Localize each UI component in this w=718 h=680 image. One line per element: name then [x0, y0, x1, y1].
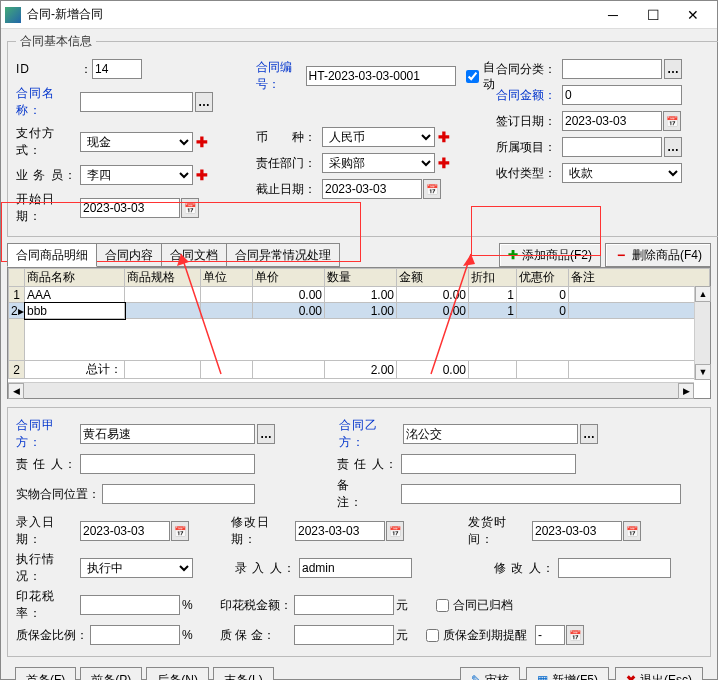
deposit-remind-label: 质保金到期提醒 [443, 627, 527, 644]
entry-date-input[interactable] [80, 521, 170, 541]
delete-product-button[interactable]: − 删除商品(F4) [605, 243, 711, 267]
tab-bar: 合同商品明细 合同内容 合同文档 合同异常情况处理 [7, 243, 339, 267]
maximize-button[interactable]: ☐ [633, 1, 673, 29]
stamp-amount-input[interactable] [294, 595, 394, 615]
currency-add-icon[interactable]: ✚ [437, 129, 451, 145]
deposit-rate-input[interactable] [90, 625, 180, 645]
mod-user-input[interactable] [558, 558, 671, 578]
next-button[interactable]: 后条(N) [146, 667, 209, 680]
resp-a-input[interactable] [80, 454, 255, 474]
start-date-input[interactable] [80, 198, 180, 218]
auto-checkbox-wrap[interactable]: 自动 [466, 59, 496, 93]
end-date-input[interactable] [322, 179, 422, 199]
entry-date-picker-icon[interactable]: 📅 [171, 521, 189, 541]
grid-scrollbar-v[interactable]: ▲ ▼ [694, 286, 710, 380]
deposit-remind-checkbox[interactable] [426, 629, 439, 642]
amount-label: 合同金额： [496, 87, 560, 104]
contract-name-input[interactable] [80, 92, 193, 112]
deposit-remind-picker-icon[interactable]: 📅 [566, 625, 584, 645]
deposit-remind-value[interactable] [535, 625, 565, 645]
grid-scrollbar-h[interactable]: ◀ ▶ [8, 382, 694, 398]
sign-date-input[interactable] [562, 111, 662, 131]
resp-a-label: 责 任 人： [16, 456, 78, 473]
auto-checkbox[interactable] [466, 70, 479, 83]
new-button[interactable]: ▦新增(F5) [526, 667, 609, 680]
stamp-rate-input[interactable] [80, 595, 180, 615]
party-b-input[interactable] [403, 424, 578, 444]
ship-date-picker-icon[interactable]: 📅 [623, 521, 641, 541]
close-button[interactable]: ✕ [673, 1, 713, 29]
exec-status-label: 执行情况： [16, 551, 78, 585]
receive-type-select[interactable]: 收款 [562, 163, 682, 183]
mod-date-input[interactable] [295, 521, 385, 541]
mod-date-picker-icon[interactable]: 📅 [386, 521, 404, 541]
grid-header: 商品名称商品规格单位 单价数量金额 折扣优惠价备注 [9, 269, 710, 287]
deposit-input[interactable] [294, 625, 394, 645]
project-input[interactable] [562, 137, 662, 157]
amount-input[interactable] [562, 85, 682, 105]
party-a-lookup[interactable]: … [257, 424, 275, 444]
last-button[interactable]: 末条(L) [213, 667, 274, 680]
ship-date-input[interactable] [532, 521, 622, 541]
deposit-remind-checkbox-wrap[interactable]: 质保金到期提醒 [426, 627, 527, 644]
table-row[interactable]: 1 AAA 0.001.000.00 10 [9, 287, 710, 303]
scroll-up-icon[interactable]: ▲ [695, 286, 711, 302]
category-input[interactable] [562, 59, 662, 79]
first-button[interactable]: 首条(F) [15, 667, 76, 680]
audit-button[interactable]: ✎审核 [460, 667, 520, 680]
contract-no-input[interactable] [306, 66, 456, 86]
mod-date-label: 修改日期： [231, 514, 293, 548]
tab-product-detail[interactable]: 合同商品明细 [7, 243, 97, 267]
minimize-button[interactable]: ─ [593, 1, 633, 29]
category-label: 合同分类： [496, 61, 560, 78]
plus-icon: ✚ [508, 248, 518, 262]
pay-method-select[interactable]: 现金 [80, 132, 193, 152]
end-date-picker-icon[interactable]: 📅 [423, 179, 441, 199]
tab-documents[interactable]: 合同文档 [161, 243, 227, 267]
stamp-rate-label: 印花税率： [16, 588, 78, 622]
entry-user-label: 录 入 人： [235, 560, 297, 577]
exit-button[interactable]: ✖退出(Esc) [615, 667, 703, 680]
party-fieldset: 合同甲方： … 合同乙方： … 责 任 人： 责 任 人： 实物合同位置： 备 … [7, 407, 711, 657]
auto-label: 自动 [483, 59, 496, 93]
prev-button[interactable]: 前条(P) [80, 667, 142, 680]
salesman-add-icon[interactable]: ✚ [195, 167, 209, 183]
location-input[interactable] [102, 484, 255, 504]
entry-user-input[interactable] [299, 558, 412, 578]
dept-label: 责任部门： [256, 155, 320, 172]
party-b-lookup[interactable]: … [580, 424, 598, 444]
scroll-right-icon[interactable]: ▶ [678, 383, 694, 399]
tab-content[interactable]: 合同内容 [96, 243, 162, 267]
project-lookup[interactable]: … [664, 137, 682, 157]
resp-b-input[interactable] [401, 454, 576, 474]
exec-status-select[interactable]: 执行中 [80, 558, 193, 578]
remark-input[interactable] [401, 484, 681, 504]
pay-method-label: 支付方式： [16, 125, 78, 159]
dept-add-icon[interactable]: ✚ [437, 155, 451, 171]
archived-checkbox[interactable] [436, 599, 449, 612]
tab-exceptions[interactable]: 合同异常情况处理 [226, 243, 340, 267]
salesman-select[interactable]: 李四 [80, 165, 193, 185]
id-input[interactable] [92, 59, 142, 79]
deposit-label: 质 保 金： [220, 627, 292, 644]
id-label: ID [16, 62, 78, 76]
yuan-label: 元 [396, 597, 410, 614]
add-product-button[interactable]: ✚ 添加商品(F2) [499, 243, 601, 267]
project-label: 所属项目： [496, 139, 560, 156]
sign-date-picker-icon[interactable]: 📅 [663, 111, 681, 131]
scroll-left-icon[interactable]: ◀ [8, 383, 24, 399]
table-row[interactable]: 2▸ bbb 0.001.000.00 10 [9, 303, 710, 319]
total-row: 2 总计： 2.000.00 [9, 361, 710, 379]
party-a-input[interactable] [80, 424, 255, 444]
pay-method-add-icon[interactable]: ✚ [195, 134, 209, 150]
contract-name-lookup[interactable]: … [195, 92, 213, 112]
party-a-label: 合同甲方： [16, 417, 78, 451]
product-grid[interactable]: 商品名称商品规格单位 单价数量金额 折扣优惠价备注 1 AAA 0.001.00… [7, 267, 711, 399]
dept-select[interactable]: 采购部 [322, 153, 435, 173]
currency-select[interactable]: 人民币 [322, 127, 435, 147]
category-lookup[interactable]: … [664, 59, 682, 79]
start-date-picker-icon[interactable]: 📅 [181, 198, 199, 218]
entry-date-label: 录入日期： [16, 514, 78, 548]
scroll-down-icon[interactable]: ▼ [695, 364, 711, 380]
archived-checkbox-wrap[interactable]: 合同已归档 [436, 597, 513, 614]
